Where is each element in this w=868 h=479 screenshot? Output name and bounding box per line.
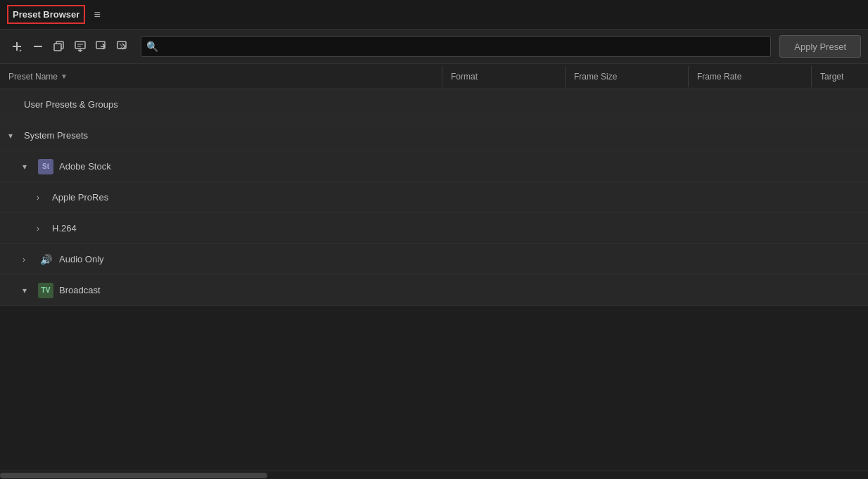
chevron-icon: ›: [23, 255, 32, 264]
row-icon: TV: [38, 283, 53, 298]
export-preset-button[interactable]: [91, 37, 111, 56]
svg-rect-1: [54, 44, 61, 51]
panel-title: Preset Browser: [7, 5, 85, 24]
duplicate-icon: [53, 41, 65, 52]
duplicate-preset-button[interactable]: [49, 37, 69, 56]
col-header-frame-rate[interactable]: Frame Rate: [689, 66, 812, 87]
chevron-icon: ›: [37, 193, 46, 203]
chevron-icon: ›: [37, 224, 46, 234]
sort-arrow-icon: ▼: [60, 72, 68, 80]
row-icon: St: [38, 159, 53, 174]
menu-icon[interactable]: ≡: [94, 8, 100, 21]
import-preset-button[interactable]: [70, 37, 90, 56]
add-icon: [11, 41, 23, 52]
row-icon: 🔊: [38, 252, 53, 267]
remove-preset-button[interactable]: [28, 37, 48, 56]
column-headers: Preset Name ▼ Format Frame Size Frame Ra…: [0, 64, 868, 89]
minus-icon: [32, 41, 44, 52]
add-preset-button[interactable]: [7, 37, 27, 56]
list-item[interactable]: ▾ TV Broadcast: [0, 275, 868, 306]
col-header-frame-size[interactable]: Frame Size: [566, 66, 689, 87]
horizontal-scrollbar-thumb[interactable]: [0, 473, 267, 478]
toolbar: 🔍 Apply Preset: [0, 30, 868, 64]
preset-browser-panel: Preset Browser ≡: [0, 0, 868, 479]
chevron-icon: ▾: [23, 162, 32, 172]
list-item[interactable]: › Apple ProRes: [0, 182, 868, 213]
search-container: 🔍: [141, 36, 771, 57]
row-content-adobe-stock: ▾ St Adobe Stock: [0, 153, 868, 180]
svg-rect-2: [75, 41, 85, 49]
export2-preset-button[interactable]: [113, 37, 132, 56]
list-item[interactable]: ▾ System Presets: [0, 120, 868, 151]
preset-list[interactable]: › User Presets & Groups ▾ System Presets…: [0, 89, 868, 471]
row-label-broadcast: Broadcast: [59, 285, 101, 295]
row-content-system-presets: ▾ System Presets: [0, 124, 868, 146]
chevron-icon: ▾: [8, 131, 18, 141]
export-icon: [96, 41, 107, 52]
col-header-format[interactable]: Format: [442, 66, 566, 87]
row-content-apple-prores: › Apple ProRes: [0, 186, 868, 208]
row-label-system-presets: System Presets: [24, 130, 88, 141]
col-header-target[interactable]: Target: [812, 66, 868, 87]
row-label-apple-prores: Apple ProRes: [52, 192, 108, 203]
import-icon: [75, 41, 86, 52]
search-input[interactable]: [141, 36, 771, 57]
list-item[interactable]: › H.264: [0, 213, 868, 244]
col-header-preset-name[interactable]: Preset Name ▼: [0, 66, 442, 87]
row-label-audio-only: Audio Only: [59, 254, 104, 264]
horizontal-scrollbar[interactable]: [0, 471, 868, 479]
list-item[interactable]: › User Presets & Groups: [0, 89, 868, 120]
row-content-broadcast: ▾ TV Broadcast: [0, 277, 868, 304]
chevron-icon: ▾: [23, 286, 32, 295]
row-content-audio-only: › 🔊 Audio Only: [0, 246, 868, 273]
apply-preset-button[interactable]: Apply Preset: [779, 35, 861, 58]
panel-header: Preset Browser ≡: [0, 0, 868, 30]
export2-icon: [117, 41, 128, 52]
list-item[interactable]: › 🔊 Audio Only: [0, 244, 868, 275]
row-label-adobe-stock: Adobe Stock: [59, 161, 111, 172]
row-label-user-presets: User Presets & Groups: [24, 99, 118, 110]
row-content-user-presets: › User Presets & Groups: [0, 94, 868, 115]
list-item[interactable]: ▾ St Adobe Stock: [0, 151, 868, 182]
row-label-h264: H.264: [52, 223, 77, 234]
row-content-h264: › H.264: [0, 217, 868, 239]
